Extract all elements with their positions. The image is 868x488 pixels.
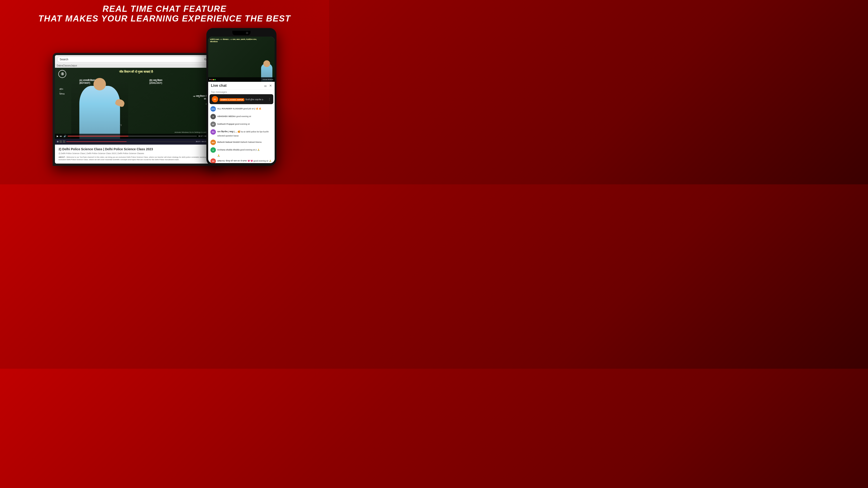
message-avatar: SR bbox=[211, 158, 216, 163]
phone-activate: Activate Windows bbox=[263, 79, 273, 80]
message-username: रतन सिंह मीणा ( जयपुर ) ... bbox=[217, 131, 238, 133]
teacher-hand bbox=[115, 98, 125, 107]
pinned-channel[interactable]: DC DABRA CLASSES JAIPUR दिल्ली पुलिस लाइ… bbox=[210, 94, 273, 104]
play-button[interactable]: ▶ bbox=[57, 135, 59, 137]
chat-controls: ⚌ ✕ bbox=[264, 84, 272, 88]
message-content: ALL ROUNDER VLOGGER good job sir ji 🔥 🔥 bbox=[217, 106, 272, 110]
about-prefix: ABOUT - bbox=[59, 156, 66, 158]
time-display: 36:37 / 48:15 bbox=[196, 140, 206, 142]
video-subtitle: 2) Delhi Police Science Class | Delhi Po… bbox=[59, 152, 214, 155]
channel-logo: DC bbox=[212, 96, 218, 102]
chat-close-icon[interactable]: ✕ bbox=[269, 84, 272, 88]
message-username: Subhash Prajapat bbox=[217, 123, 235, 125]
left-notes: वॉटेन↓पेरोगाड bbox=[59, 88, 65, 95]
chat-message-emoji: 🙏 bbox=[208, 154, 275, 157]
message-content: SRM RJ धौलपुर की पावन धरा से प्रणाम 💗 💗 … bbox=[217, 158, 272, 163]
laptop-screen: DabraClassesJaipur ⑤ जीव विसान की दो मुख… bbox=[55, 55, 218, 164]
phone-play[interactable]: ▶ bbox=[210, 78, 211, 80]
phone-bb-text: सजीवों के लक्षण:- <> जीवनकाल :- <> पाचन,… bbox=[210, 38, 262, 43]
chat-filter-icon[interactable]: ⚌ bbox=[264, 84, 267, 88]
teacher-head bbox=[94, 78, 106, 90]
message-avatar: RS bbox=[211, 129, 216, 135]
phone-controls: ▶ Activate Windows bbox=[208, 77, 275, 82]
video-frame: ⑤ जीव विसान की दो मुख्य शाखाएं हैं- (A) … bbox=[55, 68, 218, 144]
message-text: good job sir ji 🔥 🔥 bbox=[243, 107, 261, 110]
phone-notch bbox=[232, 31, 250, 35]
phone-camera bbox=[246, 32, 248, 34]
live-chat-panel: Live chat ⚌ ✕ Top messages DC DABRA CLAS… bbox=[208, 82, 275, 163]
video-progress-bar[interactable] bbox=[66, 141, 195, 142]
browser-chrome bbox=[55, 55, 218, 64]
message-avatar: SP bbox=[211, 122, 216, 127]
hindi-heading: जीव विसान की दो मुख्य शाखाएं हैं- bbox=[119, 70, 153, 74]
taskbar-icons: ⊞ ⬛ ⬛ bbox=[57, 140, 65, 143]
tab-label: DabraClassesJaipur bbox=[57, 64, 77, 67]
chat-title: Live chat bbox=[211, 84, 226, 88]
message-text: Mahesh Nakwal Meena bbox=[240, 141, 261, 143]
message-text: good evening sir bbox=[236, 115, 251, 118]
message-avatar: A bbox=[211, 114, 216, 119]
laptop-mockup: DabraClassesJaipur ⑤ जीव विसान की दो मुख… bbox=[53, 53, 220, 166]
volume-button[interactable]: 🔊 bbox=[64, 135, 66, 137]
message-username: Mahesh Nakwal Sindoli bbox=[217, 141, 240, 143]
tab-bar: DabraClassesJaipur bbox=[55, 64, 218, 68]
top-messages-label: Top messages bbox=[208, 90, 275, 94]
message-content: रतन सिंह मीणा ( जयपुर ) ... 🥰 ha sir deh… bbox=[217, 129, 272, 137]
svg-point-0 bbox=[205, 58, 206, 60]
message-username: SRM RJ bbox=[217, 160, 225, 162]
header-section: REAL TIME CHAT FEATURE THAT MAKES YOUR L… bbox=[0, 0, 329, 24]
video-controls: ▶ ⏭ 🔊 36:37 / 48:15 ⚙ ⛶ bbox=[55, 134, 218, 139]
chat-header: Live chat ⚌ ✕ bbox=[208, 82, 275, 90]
phone-teacher-head bbox=[264, 60, 270, 67]
chat-message-row: AABHISHEK MEENA good evening sir bbox=[208, 113, 275, 121]
chat-message-row: MNMahesh Nakwal Sindoli Mahesh Nakwal Me… bbox=[208, 138, 275, 146]
dot-yellow bbox=[213, 79, 214, 80]
channel-pinned-msg: दिल्ली पुलिस लाइव बैच 6- bbox=[246, 98, 264, 101]
message-content: Archana shukla Shukla good evening sir j… bbox=[217, 147, 272, 151]
headline-1: REAL TIME CHAT FEATURE bbox=[0, 4, 329, 14]
taskbar: ⊞ ⬛ ⬛ 36:37 / 48:15 29°C Haze bbox=[55, 139, 218, 144]
phone-mockup: सजीवों के लक्षण:- <> जीवनकाल :- <> पाचन,… bbox=[206, 28, 276, 166]
chat-message-row: SPSubhash Prajapat good evening sir bbox=[208, 121, 275, 128]
branch-b-text: (B) जन्तु विसान(ZOOLOGY) bbox=[149, 79, 162, 84]
video-about: ABOUT - Welcome to our YouTube channel! … bbox=[59, 156, 214, 161]
dot-green bbox=[215, 79, 216, 80]
chat-messages: ARUALL ROUNDER VLOGGER good job sir ji 🔥… bbox=[208, 105, 275, 163]
message-avatar: ARU bbox=[211, 106, 216, 111]
search-input[interactable] bbox=[60, 58, 202, 61]
message-text: good evening sir bbox=[235, 123, 250, 125]
phone-blackboard: सजीवों के लक्षण:- <> जीवनकाल :- <> पाचन,… bbox=[208, 37, 275, 82]
message-avatar: MN bbox=[211, 140, 216, 145]
blackboard: ⑤ जीव विसान की दो मुख्य शाखाएं हैं- (A) … bbox=[55, 68, 218, 144]
phone-dots bbox=[211, 79, 216, 80]
chat-message-row: RSरतन सिंह मीणा ( जयपुर ) ... 🥰 ha sir d… bbox=[208, 128, 275, 138]
message-text: धौलपुर की पावन धरा से प्रणाम 💗 💗 good ev… bbox=[217, 160, 272, 163]
progress-track[interactable] bbox=[68, 136, 197, 136]
message-avatar: A bbox=[211, 147, 216, 153]
phone-screen: सजीवों के लक्षण:- <> जीवनकाल :- <> पाचन,… bbox=[208, 37, 275, 163]
channel-info: DABRA CLASSES JAIPUR दिल्ली पुलिस लाइव ब… bbox=[219, 97, 267, 101]
phone-video: सजीवों के लक्षण:- <> जीवनकाल :- <> पाचन,… bbox=[208, 37, 275, 82]
chat-message-row: SRSRM RJ धौलपुर की पावन धरा से प्रणाम 💗 … bbox=[208, 157, 275, 163]
next-button[interactable]: ⏭ bbox=[60, 135, 62, 137]
message-text: good evening sir ji 🙏 bbox=[240, 149, 260, 151]
chat-message-row: ARUALL ROUNDER VLOGGER good job sir ji 🔥… bbox=[208, 105, 275, 113]
chat-message-row: AArchana shukla Shukla good evening sir … bbox=[208, 146, 275, 154]
message-content: Subhash Prajapat good evening sir bbox=[217, 122, 272, 126]
dot-red bbox=[211, 79, 213, 80]
video-title: 2) Delhi Police Science Class | Delhi Po… bbox=[59, 147, 214, 151]
message-username: Archana shukla Shukla bbox=[217, 149, 240, 151]
search-bar[interactable] bbox=[57, 57, 215, 62]
content-area: DabraClassesJaipur ⑤ जीव विसान की दो मुख… bbox=[0, 24, 329, 166]
message-content: Mahesh Nakwal Sindoli Mahesh Nakwal Meen… bbox=[217, 140, 272, 144]
channel-options-icon[interactable]: ⋮ bbox=[268, 97, 271, 101]
message-username: ABHISHEK MEENA bbox=[217, 115, 236, 118]
message-username: ALL ROUNDER VLOGGER bbox=[217, 107, 243, 110]
message-content: ABHISHEK MEENA good evening sir bbox=[217, 114, 272, 118]
circle-number: ⑤ bbox=[58, 70, 66, 78]
about-text: Welcome to our YouTube channel! In this … bbox=[59, 156, 213, 161]
headline-2: THAT MAKES YOUR LEARNING EXPERIENCE THE … bbox=[0, 14, 329, 24]
channel-name-badge: DABRA CLASSES JAIPUR bbox=[219, 98, 244, 101]
video-description: 2) Delhi Police Science Class | Delhi Po… bbox=[55, 144, 218, 164]
